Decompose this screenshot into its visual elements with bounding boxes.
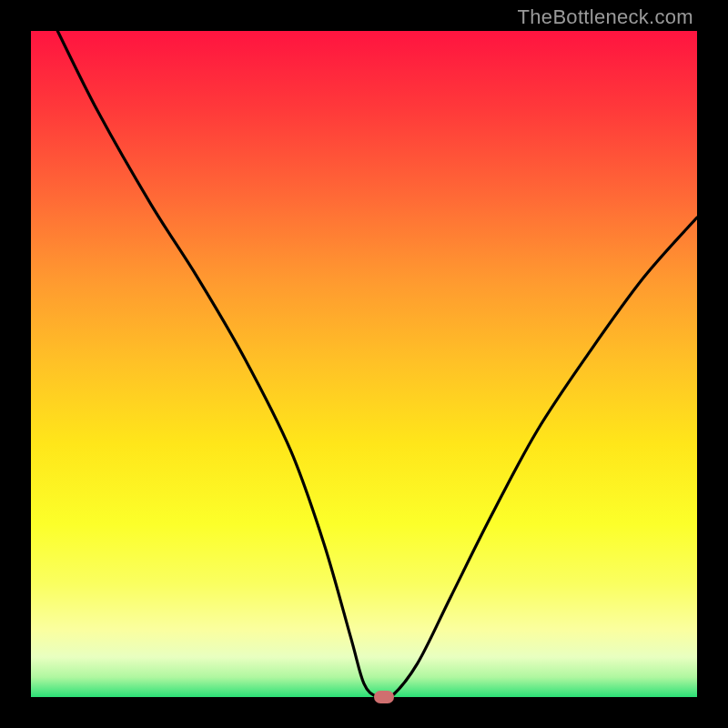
optimum-marker: [374, 691, 394, 703]
chart-frame: TheBottleneck.com: [0, 0, 728, 728]
bottleneck-curve: [31, 31, 697, 697]
plot-area: [31, 31, 697, 697]
watermark-text: TheBottleneck.com: [518, 5, 693, 29]
